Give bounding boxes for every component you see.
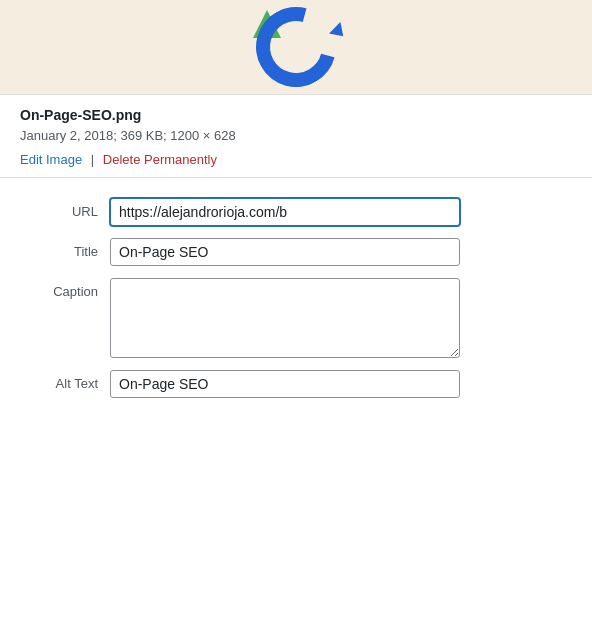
- title-label: Title: [20, 238, 110, 259]
- url-label: URL: [20, 198, 110, 219]
- alt-text-label: Alt Text: [20, 370, 110, 391]
- title-input[interactable]: [110, 238, 460, 266]
- media-attachment-panel: On-Page-SEO.png January 2, 2018; 369 KB;…: [0, 0, 592, 642]
- file-meta: January 2, 2018; 369 KB; 1200 × 628: [20, 126, 572, 146]
- caption-label: Caption: [20, 278, 110, 299]
- image-preview-area: [0, 0, 592, 95]
- image-thumbnail: [241, 2, 351, 92]
- alt-text-row: Alt Text: [20, 370, 572, 398]
- url-row: URL: [20, 198, 572, 226]
- file-info-section: On-Page-SEO.png January 2, 2018; 369 KB;…: [0, 95, 592, 178]
- title-row: Title: [20, 238, 572, 266]
- separator: |: [91, 152, 94, 167]
- url-input[interactable]: [110, 198, 460, 226]
- file-name: On-Page-SEO.png: [20, 107, 572, 123]
- delete-permanently-link[interactable]: Delete Permanently: [103, 152, 217, 167]
- caption-row: Caption: [20, 278, 572, 358]
- edit-image-link[interactable]: Edit Image: [20, 152, 82, 167]
- caption-textarea[interactable]: [110, 278, 460, 358]
- arrow-circle-icon: [241, 0, 350, 95]
- alt-text-input[interactable]: [110, 370, 460, 398]
- attachment-form: URL Title Caption Alt Text: [0, 178, 592, 430]
- file-actions: Edit Image | Delete Permanently: [20, 152, 572, 167]
